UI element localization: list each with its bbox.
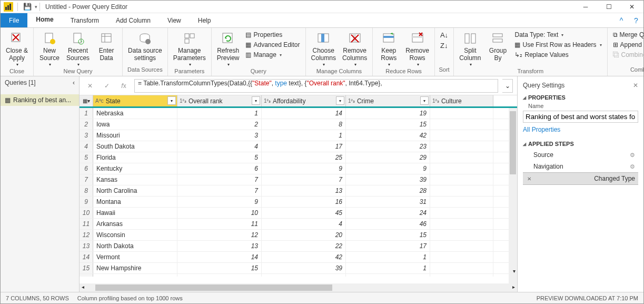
cell-rank[interactable]: 15 (177, 263, 262, 273)
recent-sources-button[interactable]: Recent Sources▾ (64, 30, 92, 68)
cell-state[interactable]: Missouri (93, 130, 177, 141)
cell-affordability[interactable]: 17 (262, 141, 346, 152)
help-icon[interactable]: ? (629, 13, 643, 27)
keep-rows-button[interactable]: Keep Rows▾ (376, 30, 401, 68)
cell-crime[interactable]: 15 (346, 119, 430, 130)
cell-culture[interactable] (430, 197, 493, 207)
cell-rank[interactable]: 9 (177, 197, 262, 207)
qat-chevron[interactable]: ▾ (35, 4, 37, 9)
cell-culture[interactable] (430, 152, 493, 163)
remove-columns-button[interactable]: Remove Columns▾ (340, 30, 369, 68)
cell-rank[interactable]: 10 (177, 208, 262, 218)
properties-button[interactable]: ▤Properties (243, 30, 302, 40)
table-row[interactable]: 16 (80, 274, 517, 277)
cell-state[interactable]: Iowa (93, 119, 177, 130)
cell-affordability[interactable]: 39 (262, 263, 346, 273)
cell-culture[interactable] (430, 130, 493, 141)
cell-affordability[interactable]: 22 (262, 241, 346, 251)
sort-desc-button[interactable]: Z↓ (438, 41, 450, 51)
cell-crime[interactable]: 1 (346, 252, 430, 262)
cell-affordability[interactable]: 1 (262, 130, 346, 141)
column-header-state[interactable]: AᴮcState▾ (93, 95, 177, 106)
append-queries-button[interactable]: ⊞Append Queries (611, 40, 644, 50)
column-header-crime[interactable]: 1²₃Crime▾ (346, 95, 430, 106)
cell-affordability[interactable]: 20 (262, 230, 346, 240)
cell-state[interactable]: Wisconsin (93, 230, 177, 240)
cell-culture[interactable] (430, 163, 493, 174)
cell-rank[interactable]: 5 (177, 152, 262, 163)
cell-culture[interactable] (430, 274, 493, 277)
accept-formula-icon[interactable]: ✓ (101, 80, 113, 92)
column-header-affordability[interactable]: 1²₃Affordability▾ (262, 95, 346, 106)
fx-icon[interactable]: fx (117, 80, 130, 92)
filter-button[interactable]: ▾ (252, 96, 260, 105)
cell-affordability[interactable]: 7 (262, 174, 346, 185)
cell-crime[interactable]: 46 (346, 219, 430, 229)
cell-crime[interactable]: 19 (346, 108, 430, 119)
cell-rank[interactable] (177, 274, 262, 277)
tab-transform[interactable]: Transform (62, 13, 107, 27)
gear-icon[interactable]: ⚙ (630, 152, 635, 159)
cell-crime[interactable]: 9 (346, 163, 430, 174)
cell-rank[interactable]: 2 (177, 119, 262, 130)
cell-culture[interactable] (430, 219, 493, 229)
tab-add-column[interactable]: Add Column (107, 13, 159, 27)
group-by-button[interactable]: Group By (485, 30, 510, 63)
cell-state[interactable]: Nebraska (93, 108, 177, 119)
cell-affordability[interactable]: 42 (262, 252, 346, 262)
applied-steps-header[interactable]: APPLIED STEPS (523, 141, 638, 147)
cell-state[interactable]: Florida (93, 152, 177, 163)
table-row[interactable]: 11Arkansas11446 (80, 219, 517, 230)
cell-culture[interactable] (430, 108, 493, 119)
table-row[interactable]: 9Montana91631 (80, 197, 517, 208)
cell-crime[interactable]: 24 (346, 208, 430, 218)
cell-affordability[interactable]: 25 (262, 152, 346, 163)
column-header-rank[interactable]: 1²₃Overall rank▾ (177, 95, 262, 106)
all-properties-link[interactable]: All Properties (523, 126, 560, 133)
cell-state[interactable]: Montana (93, 197, 177, 207)
cell-state[interactable]: Hawaii (93, 208, 177, 218)
cell-affordability[interactable] (262, 274, 346, 277)
cell-state[interactable]: North Carolina (93, 185, 177, 196)
cell-affordability[interactable]: 45 (262, 208, 346, 218)
table-row[interactable]: 1Nebraska11419 (80, 108, 517, 119)
cell-affordability[interactable]: 16 (262, 197, 346, 207)
table-row[interactable]: 5Florida52529 (80, 152, 517, 163)
cell-crime[interactable] (346, 274, 430, 277)
cancel-formula-icon[interactable]: ✕ (84, 80, 96, 92)
cell-state[interactable]: Arkansas (93, 219, 177, 229)
tab-file[interactable]: File (1, 13, 27, 27)
tab-home[interactable]: Home (27, 13, 62, 27)
cell-culture[interactable] (430, 185, 493, 196)
table-row[interactable]: 4South Dakota41723 (80, 141, 517, 152)
cell-culture[interactable] (430, 230, 493, 240)
table-row[interactable]: 13North Dakota132217 (80, 241, 517, 252)
cell-rank[interactable]: 7 (177, 185, 262, 196)
cell-rank[interactable]: 12 (177, 230, 262, 240)
cell-rank[interactable]: 11 (177, 219, 262, 229)
cell-culture[interactable] (430, 241, 493, 251)
cell-state[interactable] (93, 274, 177, 277)
cell-culture[interactable] (430, 252, 493, 262)
collapse-queries-icon[interactable]: ‹ (73, 79, 75, 86)
cell-affordability[interactable]: 14 (262, 108, 346, 119)
table-options-button[interactable]: ▦▾ (80, 95, 93, 106)
advanced-editor-button[interactable]: ▦Advanced Editor (243, 40, 302, 50)
cell-culture[interactable] (430, 263, 493, 273)
cell-crime[interactable]: 31 (346, 197, 430, 207)
manage-parameters-button[interactable]: Manage Parameters▾ (171, 30, 208, 68)
cell-culture[interactable] (430, 119, 493, 130)
cell-state[interactable]: Kentucky (93, 163, 177, 174)
cell-rank[interactable]: 6 (177, 163, 262, 174)
scroll-right-icon[interactable]: ▸ (512, 284, 515, 290)
cell-state[interactable]: Vermont (93, 252, 177, 262)
table-row[interactable]: 15New Hampshire15391 (80, 263, 517, 274)
refresh-preview-button[interactable]: Refresh Preview▾ (215, 30, 242, 68)
table-row[interactable]: 10Hawaii104524 (80, 208, 517, 219)
column-header-culture[interactable]: 1²₃Culture (430, 95, 493, 106)
expand-formula-icon[interactable]: ⌄ (502, 79, 513, 93)
cell-crime[interactable]: 29 (346, 152, 430, 163)
cell-crime[interactable]: 28 (346, 185, 430, 196)
tab-help[interactable]: Help (190, 13, 220, 27)
manage-button[interactable]: ▥Manage (243, 50, 302, 60)
